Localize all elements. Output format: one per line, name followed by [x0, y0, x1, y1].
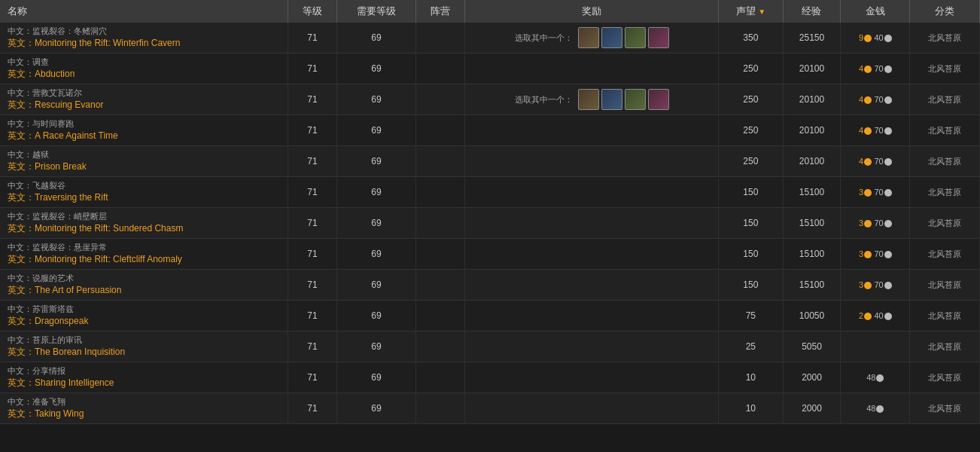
- quest-region: 北风苔原: [910, 53, 980, 84]
- table-row: 中文：监视裂谷：悬崖异常英文：Monitoring the Rift: Clef…: [0, 239, 980, 270]
- quest-gold: 4 70: [841, 115, 910, 146]
- quest-req-level: 69: [337, 23, 416, 53]
- quest-name-cell: 中文：监视裂谷：悬崖异常英文：Monitoring the Rift: Clef…: [0, 239, 288, 270]
- quest-name-cell: 中文：与时间赛跑英文：A Race Against Time: [0, 115, 288, 146]
- quest-region: 北风苔原: [910, 115, 980, 146]
- gold-icon: [864, 251, 872, 258]
- region-label: 北风苔原: [928, 64, 961, 73]
- gold-amount: 2: [859, 311, 863, 320]
- gold-icon: [864, 220, 872, 228]
- quest-name-cn: 中文：苔原上的审讯: [8, 335, 82, 344]
- silver-amount: 70: [874, 249, 883, 258]
- reward-label: 选取其中一个：: [515, 94, 573, 105]
- quest-faction: [415, 84, 464, 115]
- quest-reward: [465, 331, 719, 362]
- quest-level: 71: [288, 362, 336, 393]
- table-row: 中文：准备飞翔英文：Taking Wing716910200048北风苔原: [0, 393, 980, 424]
- silver-icon: [884, 35, 892, 42]
- reward-label: 选取其中一个：: [515, 32, 573, 44]
- table-row: 中文：分享情报英文：Sharing Intelligence7169102000…: [0, 362, 980, 393]
- quest-faction: [415, 362, 464, 393]
- quest-rep: 350: [718, 23, 783, 53]
- region-label: 北风苔原: [928, 33, 961, 42]
- quest-level: 71: [288, 53, 336, 84]
- quest-name-en: 英文：Abduction: [8, 69, 75, 79]
- silver-amount: 70: [874, 218, 883, 228]
- quest-name-en: 英文：Dragonspeak: [8, 316, 88, 326]
- col-header-rep[interactable]: 声望 ▼: [718, 0, 783, 23]
- col-header-level: 等级: [288, 0, 336, 23]
- quest-region: 北风苔原: [910, 270, 980, 301]
- gold-icon: [864, 282, 872, 289]
- quest-rep: 250: [718, 53, 783, 84]
- quest-faction: [415, 146, 464, 177]
- quest-name-en: 英文：A Race Against Time: [8, 130, 118, 141]
- quest-gold: 48: [841, 362, 910, 393]
- quest-faction: [415, 239, 464, 270]
- quest-faction: [415, 301, 464, 331]
- quest-req-level: 69: [337, 393, 416, 424]
- quest-exp: 20100: [783, 53, 840, 84]
- quest-name-cn: 中文：监视裂谷：悬崖异常: [8, 243, 107, 252]
- gold-icon: [864, 66, 872, 73]
- quest-exp: 15100: [783, 208, 840, 239]
- quest-name-en: 英文：Monitoring the Rift: Cleftcliff Anoma…: [8, 254, 182, 264]
- quest-region: 北风苔原: [910, 362, 980, 393]
- quest-rep: 25: [718, 331, 783, 362]
- quest-name-en: 英文：Sharing Intelligence: [8, 377, 114, 388]
- quest-gold: 3 70: [841, 270, 910, 301]
- quest-name-cn: 中文：监视裂谷：冬鳍洞穴: [8, 26, 107, 35]
- quest-exp: 2000: [783, 393, 840, 424]
- col-header-faction: 阵营: [415, 0, 464, 23]
- quest-region: 北风苔原: [910, 177, 980, 208]
- quest-exp: 2000: [783, 362, 840, 393]
- silver-icon: [884, 96, 892, 104]
- gold-amount: 4: [859, 95, 863, 104]
- quest-level: 71: [288, 84, 336, 115]
- quest-reward: [465, 208, 719, 239]
- reward-icon: [601, 27, 622, 48]
- silver-icon: [884, 66, 892, 73]
- col-header-gold: 金钱: [841, 0, 910, 23]
- quest-name-cell: 中文：苏雷斯塔兹英文：Dragonspeak: [0, 301, 288, 331]
- quest-rep: 150: [718, 239, 783, 270]
- quest-name-en: 英文：Taking Wing: [8, 408, 84, 419]
- quest-name-cell: 中文：准备飞翔英文：Taking Wing: [0, 393, 288, 424]
- gold-icon: [864, 158, 872, 166]
- silver-amount: 48: [866, 404, 875, 413]
- gold-amount: 4: [859, 126, 863, 135]
- gold-icon: [864, 96, 872, 104]
- quest-name-en: 英文：Prison Break: [8, 161, 87, 172]
- quest-region: 北风苔原: [910, 239, 980, 270]
- silver-amount: 70: [874, 126, 883, 135]
- silver-icon: [884, 313, 892, 320]
- gold-icon: [864, 35, 872, 42]
- table-row: 中文：说服的艺术英文：The Art of Persuasion71691501…: [0, 270, 980, 301]
- quest-reward: [465, 115, 719, 146]
- quest-name-cell: 中文：苔原上的审讯英文：The Borean Inquisition: [0, 331, 288, 362]
- quest-rep: 150: [718, 270, 783, 301]
- silver-amount: 40: [874, 311, 883, 320]
- quest-faction: [415, 177, 464, 208]
- region-label: 北风苔原: [928, 280, 961, 289]
- table-row: 中文：苏雷斯塔兹英文：Dragonspeak716975100502 40北风苔…: [0, 301, 980, 331]
- silver-icon: [884, 189, 892, 197]
- quest-req-level: 69: [337, 270, 416, 301]
- quest-exp: 20100: [783, 115, 840, 146]
- quest-rep: 10: [718, 362, 783, 393]
- quest-reward: [465, 146, 719, 177]
- region-label: 北风苔原: [928, 373, 961, 382]
- col-header-name: 名称: [0, 0, 288, 23]
- silver-amount: 70: [874, 95, 883, 104]
- quest-region: 北风苔原: [910, 301, 980, 331]
- quest-reward: [465, 393, 719, 424]
- col-header-req_level: 需要等级: [337, 0, 416, 23]
- quest-name-cn: 中文：调查: [8, 57, 49, 66]
- quest-req-level: 69: [337, 146, 416, 177]
- silver-icon: [884, 282, 892, 289]
- silver-amount: 70: [874, 280, 883, 289]
- silver-amount: 70: [874, 188, 883, 197]
- quest-rep: 250: [718, 146, 783, 177]
- silver-icon: [876, 374, 884, 382]
- table-row: 中文：监视裂谷：冬鳍洞穴英文：Monitoring the Rift: Wint…: [0, 23, 980, 53]
